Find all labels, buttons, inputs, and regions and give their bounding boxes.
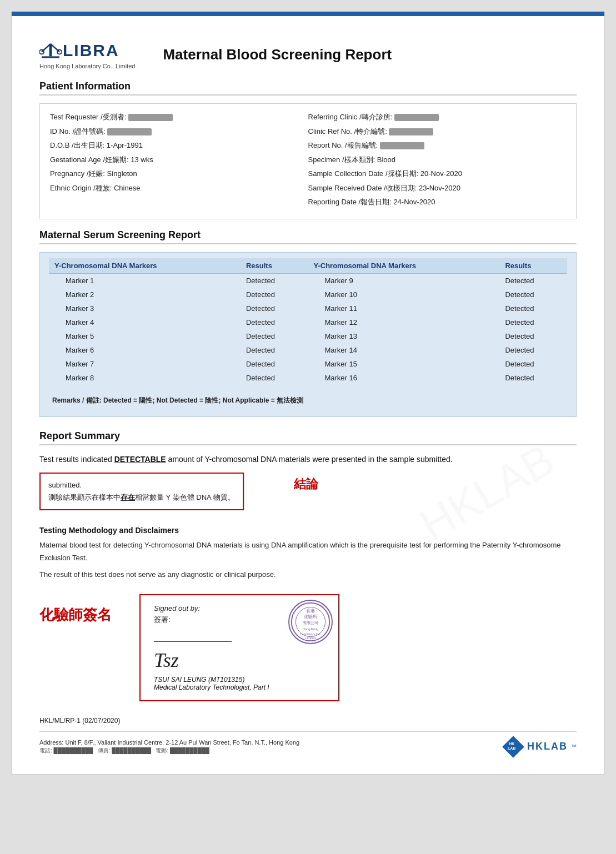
marker-right-0: Marker 9 (308, 273, 499, 288)
company-subtitle: Hong Kong Laboratory Co., Limited (39, 63, 135, 69)
col4-header: Results (499, 258, 567, 274)
svg-text:Limited: Limited (306, 636, 315, 640)
patient-row-specimen: Specimen /樣本類別: Blood (308, 154, 567, 165)
specimen-value: Blood (377, 155, 395, 164)
table-row: Marker 3 Detected Marker 11 Detected (49, 302, 567, 315)
requester-label: Test Requester /受測者: (50, 113, 128, 121)
svg-point-5 (57, 49, 62, 54)
patient-row-received: Sample Received Date /收樣日期: 23-Nov-2020 (308, 183, 567, 194)
patient-row-requester: Test Requester /受測者: (50, 112, 308, 123)
sig-line (154, 641, 232, 642)
marker-left-7: Marker 8 (49, 371, 241, 385)
result-left-4: Detected (241, 329, 308, 343)
hklab-logo: HKLAB HKLAB ™ (503, 736, 577, 757)
methodology-para1: Maternal blood test for detecting Y-chro… (39, 539, 577, 564)
result-right-6: Detected (499, 357, 567, 371)
summary-section: Report Summary Test results indicated DE… (39, 430, 577, 516)
result-right-7: Detected (499, 371, 567, 385)
table-row: Marker 1 Detected Marker 9 Detected (49, 273, 567, 288)
specimen-label: Specimen /樣本類別: (308, 155, 377, 164)
result-left-0: Detected (241, 273, 308, 288)
patient-row-ethnic: Ethnic Origin /種族: Chinese (50, 183, 308, 194)
gest-label: Gestational Age /妊娠期: (50, 155, 131, 164)
patient-row-collection: Sample Collection Date /採樣日期: 20-Nov-202… (308, 168, 567, 179)
col2-header: Results (241, 258, 308, 274)
company-logo: LIBRA (39, 39, 119, 62)
summary-text-line1: Test results indicated DETECTABLE amount… (39, 453, 577, 466)
result-right-0: Detected (499, 273, 567, 288)
table-row: Marker 6 Detected Marker 14 Detected (49, 343, 567, 357)
clinicref-value (389, 128, 433, 135)
ethnic-value: Chinese (114, 184, 141, 192)
contact-line: 電話: ██████████ 傳真: ██████████ 電郵: ██████… (39, 747, 299, 755)
methodology-para2: The result of this test does not serve a… (39, 569, 577, 581)
footer-address: Address: Unit F, 8/F., Valiant Industria… (39, 731, 577, 757)
marker-left-0: Marker 1 (49, 273, 241, 288)
reportno-label: Report No. /報告編號: (308, 141, 380, 149)
footer-ref: HKL/ML/RP-1 (02/07/2020) (39, 717, 577, 725)
patient-info-header: Patient Information (39, 81, 577, 96)
patient-col-right: Referring Clinic /轉介診所: Clinic Ref No. /… (308, 112, 567, 211)
result-right-2: Detected (499, 302, 567, 315)
table-row: Marker 4 Detected Marker 12 Detected (49, 315, 567, 329)
requester-value (128, 114, 173, 121)
preg-label: Pregnancy /妊娠: (50, 169, 107, 178)
svg-text:香港: 香港 (306, 609, 315, 614)
hklab-wordmark: HKLAB (527, 741, 568, 752)
ethnic-label: Ethnic Origin /種族: (50, 184, 114, 192)
svg-text:有限公司: 有限公司 (303, 621, 318, 625)
marker-left-4: Marker 5 (49, 329, 241, 343)
marker-left-1: Marker 2 (49, 288, 241, 302)
marker-left-5: Marker 6 (49, 343, 241, 357)
patient-row-reporting: Reporting Date /報告日期: 24-Nov-2020 (308, 197, 567, 208)
report-page: LIBRA Hong Kong Laboratory Co., Limited … (11, 11, 605, 775)
clinic-label: Referring Clinic /轉介診所: (308, 113, 394, 121)
reportno-value (380, 142, 424, 149)
table-row: Marker 7 Detected Marker 15 Detected (49, 357, 567, 371)
patient-row-preg: Pregnancy /妊娠: Singleton (50, 168, 308, 179)
hklab-tm: ™ (571, 744, 577, 750)
signed-out-by-en: Signed out by: (154, 604, 269, 612)
gest-value: 13 wks (131, 155, 153, 164)
marker-right-3: Marker 12 (308, 315, 499, 329)
libra-icon (39, 39, 62, 62)
clinic-value (394, 114, 439, 121)
reporting-label: Reporting Date /報告日期: (308, 198, 394, 206)
logo-area: LIBRA Hong Kong Laboratory Co., Limited (39, 39, 135, 69)
collection-value: 20-Nov-2020 (420, 169, 462, 178)
table-row: Marker 8 Detected Marker 16 Detected (49, 371, 567, 385)
methodology-title: Testing Methodology and Disclaimers (39, 526, 577, 535)
report-title: Maternal Blood Screening Report (163, 46, 392, 63)
id-label: ID No. /證件號碼: (50, 127, 107, 135)
reporting-value: 24-Nov-2020 (393, 198, 435, 206)
result-right-4: Detected (499, 329, 567, 343)
marker-right-5: Marker 14 (308, 343, 499, 357)
col3-header: Y-Chromosomal DNA Markers (308, 258, 499, 274)
box-zh: 測驗結果顯示在樣本中存在相當數量 Y 染色體 DNA 物質。 (48, 493, 235, 501)
result-right-1: Detected (499, 288, 567, 302)
svg-text:Laboratory Co.: Laboratory Co. (300, 632, 321, 636)
stamp-svg: 香港 化驗所 有限公司 Hong Kong Laboratory Co. Lim… (289, 600, 332, 644)
detectable-label: DETECTABLE (114, 455, 166, 464)
marker-right-6: Marker 15 (308, 357, 499, 371)
address-line: Address: Unit F, 8/F., Valiant Industria… (39, 739, 299, 746)
result-right-3: Detected (499, 315, 567, 329)
sig-stamp: 香港 化驗所 有限公司 Hong Kong Laboratory Co. Lim… (288, 600, 333, 644)
svg-rect-0 (42, 56, 59, 58)
received-value: 23-Nov-2020 (419, 184, 460, 192)
result-left-3: Detected (241, 315, 308, 329)
sig-label-zh: 化驗師簽名 (39, 605, 112, 625)
dob-value: 1-Apr-1991 (107, 141, 143, 149)
screening-table: Y-Chromosomal DNA Markers Results Y-Chro… (49, 258, 567, 385)
svg-rect-1 (49, 44, 52, 56)
svg-text:化驗所: 化驗所 (304, 614, 317, 619)
result-left-6: Detected (241, 357, 308, 371)
marker-left-6: Marker 7 (49, 357, 241, 371)
summary-row: submitted. 測驗結果顯示在樣本中存在相當數量 Y 染色體 DNA 物質… (39, 473, 577, 516)
patient-row-gest: Gestational Age /妊娠期: 13 wks (50, 154, 308, 165)
sig-box-inner: Signed out by: 簽署: Tsz TSUI SAI LEUNG (M… (154, 604, 325, 691)
col1-header: Y-Chromosomal DNA Markers (49, 258, 241, 274)
box-en: submitted. (48, 481, 82, 489)
patient-row-reportno: Report No. /報告編號: (308, 140, 567, 151)
result-right-5: Detected (499, 343, 567, 357)
